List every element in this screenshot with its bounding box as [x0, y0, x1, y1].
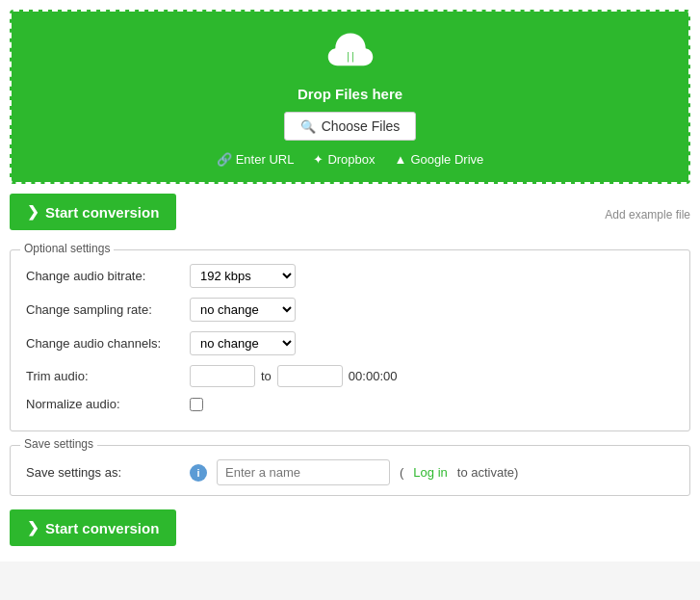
channels-row: Change audio channels: no change mono st…	[26, 331, 674, 355]
choose-files-button[interactable]: 🔍 Choose Files	[284, 112, 417, 141]
start-conversion-button-top[interactable]: ❯ Start conversion	[10, 194, 176, 230]
bottom-toolbar: ❯ Start conversion	[10, 509, 690, 552]
trim-row: Trim audio: to 00:00:00	[26, 365, 674, 387]
sampling-rate-row: Change sampling rate: no change 8000 Hz …	[26, 298, 674, 322]
channels-select[interactable]: no change mono stereo	[190, 331, 296, 355]
dropbox-icon: ✦	[313, 152, 324, 167]
normalize-row: Normalize audio:	[26, 397, 674, 411]
bitrate-label: Change audio bitrate:	[26, 269, 180, 283]
trim-start-input[interactable]	[190, 365, 255, 387]
login-prefix: (	[400, 465, 403, 480]
optional-settings-group: Optional settings Change audio bitrate: …	[10, 249, 690, 431]
search-icon: 🔍	[300, 119, 316, 134]
enter-url-link[interactable]: 🔗 Enter URL	[217, 152, 295, 167]
bitrate-select[interactable]: 192 kbps 64 kbps 128 kbps 256 kbps 320 k…	[190, 264, 296, 288]
google-drive-icon: ▲	[395, 152, 407, 167]
source-links: 🔗 Enter URL ✦ Dropbox ▲ Google Drive	[31, 152, 669, 167]
save-settings-legend: Save settings	[20, 437, 97, 451]
trim-label: Trim audio:	[26, 369, 180, 383]
trim-time-display: 00:00:00	[349, 369, 398, 383]
channels-label: Change audio channels:	[26, 336, 180, 351]
sampling-label: Change sampling rate:	[26, 302, 180, 317]
bitrate-row: Change audio bitrate: 192 kbps 64 kbps 1…	[26, 264, 674, 288]
save-settings-row: Save settings as: i ( Log in to activate…	[26, 459, 674, 485]
chevron-right-icon: ❯	[27, 203, 39, 221]
dropbox-link[interactable]: ✦ Dropbox	[313, 152, 375, 167]
activate-text: to activate)	[457, 465, 519, 480]
save-settings-group: Save settings Save settings as: i ( Log …	[10, 445, 690, 496]
optional-settings-legend: Optional settings	[20, 242, 114, 255]
normalize-label: Normalize audio:	[26, 397, 180, 411]
info-icon[interactable]: i	[190, 464, 207, 482]
upload-icon	[327, 29, 374, 78]
google-drive-link[interactable]: ▲ Google Drive	[395, 152, 484, 167]
save-label: Save settings as:	[26, 465, 180, 480]
sampling-select[interactable]: no change 8000 Hz 11025 Hz 22050 Hz 4410…	[190, 298, 296, 322]
main-container: Drop Files here 🔍 Choose Files 🔗 Enter U…	[0, 0, 700, 561]
toolbar-row: ❯ Start conversion Add example file	[10, 194, 690, 236]
drop-zone[interactable]: Drop Files here 🔍 Choose Files 🔗 Enter U…	[10, 10, 690, 184]
chevron-right-icon-bottom: ❯	[27, 519, 39, 536]
login-link[interactable]: Log in	[413, 465, 447, 480]
trim-to-label: to	[261, 369, 272, 383]
trim-controls: to 00:00:00	[190, 365, 397, 387]
drop-files-text: Drop Files here	[31, 86, 669, 102]
trim-end-input[interactable]	[277, 365, 343, 387]
normalize-checkbox[interactable]	[190, 398, 203, 411]
start-conversion-button-bottom[interactable]: ❯ Start conversion	[10, 509, 176, 546]
link-icon: 🔗	[217, 152, 232, 167]
add-example-text[interactable]: Add example file	[605, 208, 690, 222]
save-name-input[interactable]	[217, 459, 390, 485]
